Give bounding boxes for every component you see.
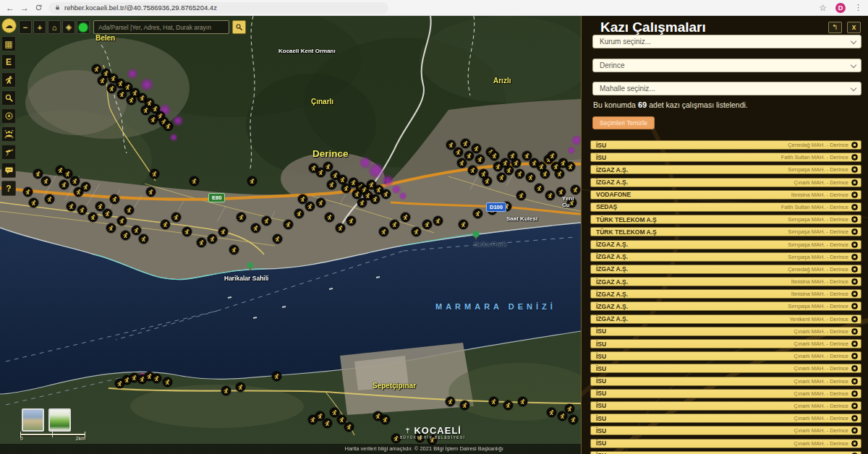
map-canvas[interactable]: Belen Kocaeli Kent Ormanı Çınarlı Arızlı… <box>0 16 581 454</box>
excavation-marker[interactable] <box>460 401 469 410</box>
list-item[interactable]: İZGAZ A.Ş.Çenedağ MAH. - Derince <box>590 265 861 274</box>
locate-on-map-icon[interactable] <box>851 192 858 198</box>
list-item[interactable]: SEDAŞFatih Sultan MAH. - Derince <box>590 202 861 212</box>
excavation-marker[interactable] <box>558 411 567 421</box>
list-item[interactable]: İZGAZ A.Ş.Sırrıpaşa MAH. - Derince <box>590 240 861 249</box>
excavation-marker[interactable] <box>380 415 390 424</box>
excavation-marker[interactable] <box>327 180 336 189</box>
excavation-marker[interactable] <box>323 419 332 428</box>
locate-on-map-icon[interactable] <box>851 415 858 421</box>
list-item[interactable]: İZGAZ A.Ş.Çınarlı MAH. - Derince <box>590 178 861 187</box>
excavation-marker[interactable] <box>121 231 130 240</box>
bookmark-star-icon[interactable]: ☆ <box>819 3 827 13</box>
locate-button[interactable]: ◈ <box>62 20 75 34</box>
locate-on-map-icon[interactable] <box>851 427 858 434</box>
forward-icon[interactable]: → <box>20 4 29 12</box>
list-item[interactable]: İZGAZ A.Ş.Sırrıpaşa MAH. - Derince <box>590 252 861 262</box>
list-item[interactable]: İSUÇınarlı MAH. - Derince <box>590 439 861 448</box>
excavation-marker[interactable] <box>107 84 116 93</box>
excavation-marker[interactable] <box>23 187 33 197</box>
excavation-marker[interactable] <box>454 147 463 157</box>
excavation-marker[interactable] <box>163 377 172 387</box>
excavation-marker[interactable] <box>338 175 347 184</box>
excavation-marker[interactable] <box>504 166 514 175</box>
excavation-marker[interactable] <box>555 169 564 179</box>
excavation-marker[interactable] <box>571 185 580 194</box>
excavation-marker[interactable] <box>569 415 578 424</box>
excavation-marker[interactable] <box>190 176 199 186</box>
help-icon[interactable]: ? <box>1 181 16 196</box>
excavation-marker[interactable] <box>272 372 281 381</box>
excavation-marker[interactable] <box>132 226 141 235</box>
zoom-in-button[interactable]: + <box>33 20 46 34</box>
excavation-marker[interactable] <box>103 209 112 218</box>
locate-on-map-icon[interactable] <box>851 142 858 148</box>
locate-on-map-icon[interactable] <box>851 403 858 409</box>
list-item[interactable]: İSUÇınarlı MAH. - Derince <box>590 351 861 361</box>
excavation-marker[interactable] <box>516 191 526 200</box>
excavation-marker[interactable] <box>150 169 159 179</box>
locate-on-map-icon[interactable] <box>851 440 858 447</box>
excavation-marker[interactable] <box>77 205 87 215</box>
list-item[interactable]: İSUÇenedağ MAH. - Derince <box>590 140 861 150</box>
url-text[interactable]: rehber.kocaeli.bel.tr/@40.7586936,29.876… <box>64 4 217 12</box>
locate-on-map-icon[interactable] <box>851 328 858 335</box>
locate-on-map-icon[interactable] <box>851 166 858 173</box>
excavation-marker[interactable] <box>545 191 555 200</box>
refresh-icon[interactable] <box>35 4 43 12</box>
excavation-marker[interactable] <box>41 176 51 186</box>
excavation-marker[interactable] <box>67 202 76 211</box>
list-item[interactable]: İSUÇınarlı MAH. - Derince <box>590 401 861 411</box>
cctv-icon[interactable] <box>1 145 16 160</box>
main-menu-icon[interactable]: ☁ <box>1 18 17 33</box>
panel-collapse-icon[interactable]: ↰ <box>828 22 842 33</box>
excavation-marker[interactable] <box>461 139 470 148</box>
excavation-marker[interactable] <box>535 184 544 193</box>
live-status-button[interactable] <box>77 20 90 34</box>
excavation-marker[interactable] <box>92 64 101 74</box>
list-item[interactable]: İZGAZ A.Ş.Yenikent MAH. - Derince <box>590 314 861 324</box>
excavation-marker[interactable] <box>221 386 231 395</box>
list-item[interactable]: İZGAZ A.Ş.Sırrıpaşa MAH. - Derince <box>590 165 861 174</box>
excavation-marker[interactable] <box>152 374 161 383</box>
list-item[interactable]: İSUÇınarlı MAH. - Derince <box>590 389 861 398</box>
excavation-marker[interactable] <box>141 106 150 115</box>
locate-on-map-icon[interactable] <box>851 154 858 160</box>
browser-menu-icon[interactable]: ⋮ <box>854 3 862 12</box>
locate-on-map-icon[interactable] <box>851 278 858 285</box>
excavation-marker[interactable] <box>540 169 550 179</box>
excavation-marker[interactable] <box>475 155 485 164</box>
feedback-icon[interactable] <box>1 163 16 178</box>
excavation-marker[interactable] <box>163 121 173 131</box>
basemap-3d-thumb[interactable] <box>48 408 71 432</box>
locate-on-map-icon[interactable] <box>851 316 858 322</box>
search-icon[interactable] <box>1 90 16 106</box>
excavation-marker[interactable] <box>110 194 119 204</box>
excavation-marker[interactable] <box>473 209 482 218</box>
excavation-marker[interactable] <box>433 216 443 226</box>
excavation-marker[interactable] <box>124 205 134 215</box>
excavation-marker[interactable] <box>139 234 148 244</box>
map-search-input[interactable] <box>93 20 229 34</box>
excavation-marker[interactable] <box>316 198 326 207</box>
excavation-marker[interactable] <box>518 397 527 406</box>
excavation-marker[interactable] <box>148 115 158 124</box>
excavation-marker[interactable] <box>526 173 535 182</box>
excavation-marker[interactable] <box>218 227 228 236</box>
excavation-marker[interactable] <box>98 76 107 85</box>
list-item[interactable]: VODAFONEİbnisina MAH. - Derince <box>590 190 861 200</box>
list-item[interactable]: İSUÇınarlı MAH. - Derince <box>590 451 861 454</box>
excavation-marker[interactable] <box>236 382 245 392</box>
excavation-marker[interactable] <box>237 213 246 222</box>
excavation-marker[interactable] <box>370 194 380 204</box>
excavation-marker[interactable] <box>468 166 477 175</box>
excavation-marker[interactable] <box>106 223 116 233</box>
excavation-marker[interactable] <box>29 198 38 207</box>
excavation-marker[interactable] <box>81 182 90 192</box>
excavation-marker[interactable] <box>33 169 43 179</box>
list-item[interactable]: İZGAZ A.Ş.İbnisina MAH. - Derince <box>590 289 861 299</box>
locate-on-map-icon[interactable] <box>851 266 858 273</box>
excavation-marker[interactable] <box>497 173 506 182</box>
excavation-marker[interactable] <box>323 162 333 171</box>
excavation-icon[interactable] <box>1 72 16 87</box>
